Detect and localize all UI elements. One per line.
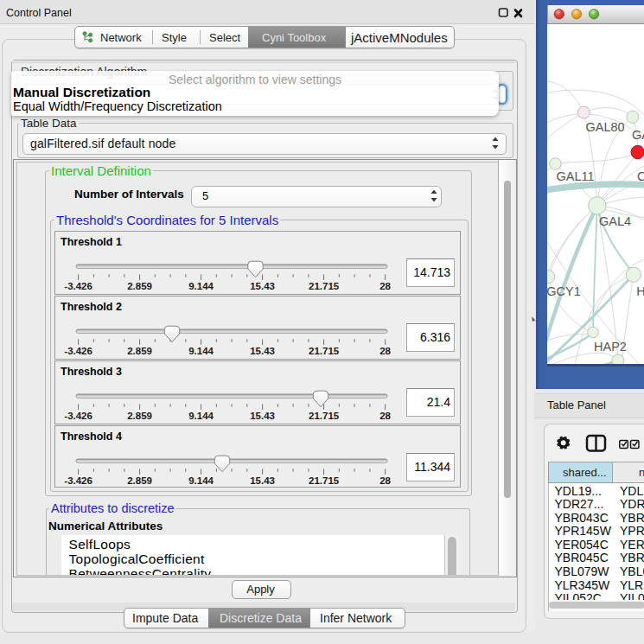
- svg-text:HAP2: HAP2: [594, 340, 627, 354]
- svg-text:CR: CR: [637, 169, 644, 183]
- svg-text:HA: HA: [636, 284, 644, 298]
- svg-text:GAL7: GAL7: [631, 128, 644, 142]
- svg-text:GAL80: GAL80: [585, 120, 624, 134]
- svg-text:GAL4: GAL4: [599, 214, 631, 228]
- svg-text:GCY1: GCY1: [547, 284, 581, 298]
- svg-text:GAL11: GAL11: [556, 169, 594, 183]
